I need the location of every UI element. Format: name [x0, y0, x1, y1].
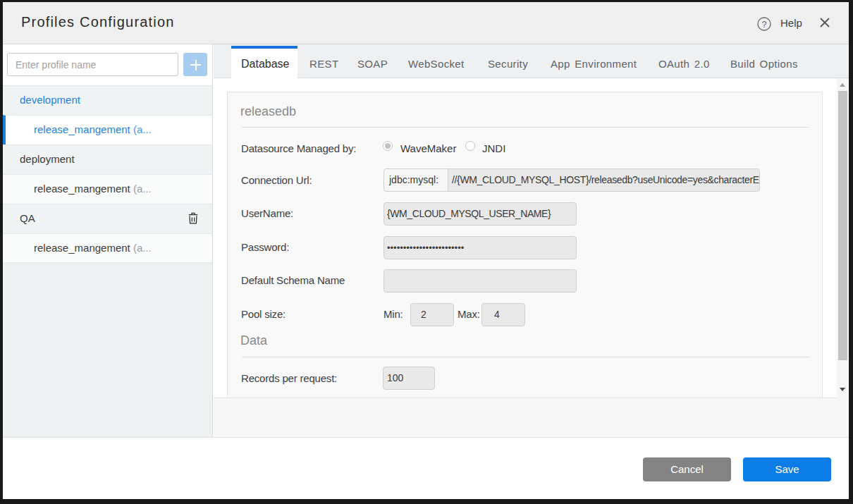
svg-text:?: ? [761, 19, 766, 30]
